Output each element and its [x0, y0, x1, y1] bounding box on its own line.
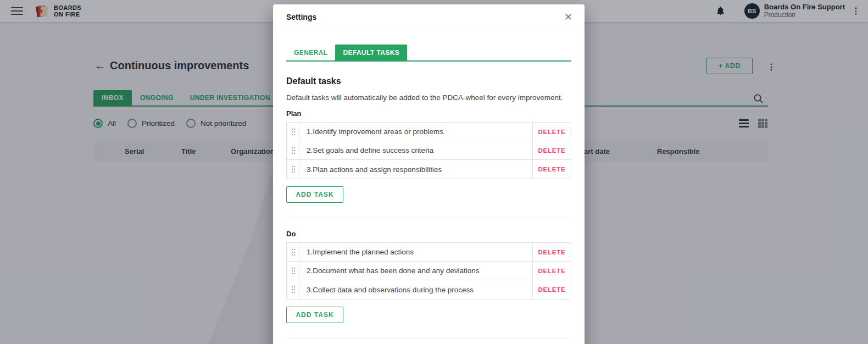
task-text: 1.Implement the planned actions [300, 243, 532, 261]
add-task-button-plan[interactable]: ADD TASK [286, 186, 343, 203]
default-tasks-description: Default tasks will automatically be adde… [286, 93, 571, 102]
delete-task-button[interactable]: DELETE [532, 160, 571, 179]
screen: BOARDS ON FIRE BS Boards On Fire Support… [0, 0, 868, 344]
task-row: 3.Plan actions and assign responsibiliti… [287, 160, 571, 179]
tab-general[interactable]: GENERAL [286, 45, 335, 60]
drag-handle-icon[interactable] [287, 141, 300, 159]
section-label-plan: Plan [286, 109, 571, 118]
modal-tabs: GENERAL DEFAULT TASKS [286, 45, 571, 62]
task-row: 1.Identify improvement areas or problems… [287, 123, 571, 141]
task-text: 2.Document what has been done and any de… [300, 262, 532, 280]
modal-title: Settings [286, 13, 316, 21]
section-label-do: Do [286, 230, 571, 238]
section-divider [286, 218, 571, 218]
task-row: 3.Collect data and observations during t… [287, 280, 571, 299]
task-row: 2.Set goals and define success criteria … [287, 141, 571, 160]
task-text: 1.Identify improvement areas or problems [300, 123, 532, 141]
tab-default-tasks[interactable]: DEFAULT TASKS [335, 45, 407, 60]
task-row: 1.Implement the planned actions DELETE [287, 243, 571, 262]
delete-task-button[interactable]: DELETE [532, 262, 571, 280]
task-text: 3.Plan actions and assign responsibiliti… [300, 160, 532, 179]
drag-handle-icon[interactable] [287, 123, 300, 141]
section-divider [286, 338, 571, 339]
delete-task-button[interactable]: DELETE [532, 280, 571, 299]
drag-handle-icon[interactable] [287, 243, 300, 261]
default-tasks-heading: Default tasks [286, 76, 571, 86]
task-text: 2.Set goals and define success criteria [300, 141, 532, 159]
delete-task-button[interactable]: DELETE [532, 243, 571, 261]
settings-modal: Settings ✕ GENERAL DEFAULT TASKS Default… [273, 4, 585, 344]
modal-header: Settings ✕ [273, 4, 585, 30]
do-task-table: 1.Implement the planned actions DELETE 2… [286, 242, 571, 299]
close-icon[interactable]: ✕ [561, 10, 576, 24]
modal-body: GENERAL DEFAULT TASKS Default tasks Defa… [273, 45, 585, 339]
add-task-button-do[interactable]: ADD TASK [286, 307, 343, 323]
task-row: 2.Document what has been done and any de… [287, 262, 571, 280]
drag-handle-icon[interactable] [287, 262, 300, 280]
plan-task-table: 1.Identify improvement areas or problems… [286, 122, 571, 179]
task-text: 3.Collect data and observations during t… [300, 280, 532, 299]
drag-handle-icon[interactable] [287, 160, 300, 179]
drag-handle-icon[interactable] [287, 280, 300, 299]
delete-task-button[interactable]: DELETE [532, 123, 571, 141]
delete-task-button[interactable]: DELETE [532, 141, 571, 159]
